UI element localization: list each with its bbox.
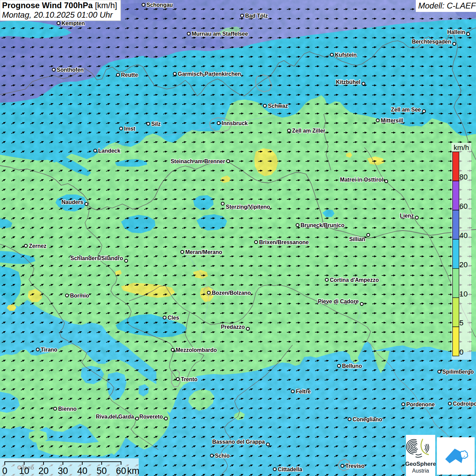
svg-text:Bad Tölz: Bad Tölz: [245, 13, 268, 19]
svg-text:Modell: C-LAEF: Modell: C-LAEF: [418, 1, 476, 10]
svg-text:Sonthofen: Sonthofen: [57, 67, 84, 73]
svg-text:30: 30: [58, 466, 68, 476]
svg-text:Steinach am Brenner: Steinach am Brenner: [171, 158, 225, 164]
svg-text:Codroipo: Codroipo: [453, 401, 476, 407]
svg-text:10: 10: [459, 290, 468, 298]
svg-text:Austria: Austria: [412, 468, 429, 474]
svg-text:Bruneck/Brunico: Bruneck/Brunico: [301, 222, 344, 228]
svg-text:Hallein: Hallein: [447, 29, 465, 35]
svg-text:Brixen/Bressanone: Brixen/Bressanone: [259, 239, 309, 245]
svg-text:0: 0: [2, 466, 7, 476]
svg-text:Kitzbühel: Kitzbühel: [336, 79, 360, 85]
svg-text:Belluno: Belluno: [342, 363, 362, 369]
svg-text:km: km: [127, 466, 139, 476]
svg-text:Prognose Wind 700hPa [km/h]: Prognose Wind 700hPa [km/h]: [2, 1, 117, 10]
svg-text:Cles: Cles: [168, 315, 179, 321]
svg-text:Meran/Merano: Meran/Merano: [185, 249, 222, 255]
svg-text:Pieve di Cadore: Pieve di Cadore: [318, 299, 359, 304]
svg-text:Bienno: Bienno: [58, 406, 76, 412]
svg-text:Zernez: Zernez: [29, 243, 47, 249]
svg-text:Zell am Ziller: Zell am Ziller: [292, 128, 325, 134]
svg-text:Schongau: Schongau: [147, 2, 173, 8]
svg-text:Bassano del Grappa: Bassano del Grappa: [212, 439, 265, 445]
svg-text:Reutte: Reutte: [121, 72, 138, 78]
svg-text:40: 40: [77, 466, 87, 476]
svg-text:Rovereto: Rovereto: [139, 414, 163, 420]
svg-text:Riva del Garda: Riva del Garda: [96, 414, 134, 420]
svg-text:Predazzo: Predazzo: [221, 324, 245, 330]
svg-text:Mittersill: Mittersill: [381, 118, 403, 123]
svg-text:Landeck: Landeck: [98, 148, 120, 154]
svg-text:Sterzing/Vipiteno: Sterzing/Vipiteno: [226, 204, 270, 210]
svg-text:Mezzolombardo: Mezzolombardo: [176, 347, 217, 353]
svg-text:km/h: km/h: [454, 143, 469, 151]
svg-text:Garmisch-Partenkirchen: Garmisch-Partenkirchen: [178, 71, 241, 77]
svg-text:GeoSphere: GeoSphere: [405, 461, 436, 467]
svg-text:Trento: Trento: [181, 376, 198, 382]
svg-text:5: 5: [459, 319, 463, 327]
svg-text:Spilimbergo: Spilimbergo: [442, 369, 474, 375]
svg-text:Treviso: Treviso: [345, 463, 364, 469]
svg-text:Kufstein: Kufstein: [335, 52, 357, 58]
svg-text:Sillian: Sillian: [349, 236, 365, 242]
svg-text:Bormio: Bormio: [70, 293, 89, 299]
svg-text:Cortina d'Ampezzo: Cortina d'Ampezzo: [330, 277, 379, 283]
svg-text:Pordenone: Pordenone: [406, 402, 435, 407]
svg-text:Kempten: Kempten: [62, 20, 85, 26]
svg-text:Nauders: Nauders: [62, 199, 83, 205]
svg-text:Silz: Silz: [151, 121, 161, 127]
svg-text:Lienz: Lienz: [400, 213, 414, 219]
svg-text:20: 20: [459, 260, 468, 269]
svg-text:Feltre: Feltre: [296, 389, 311, 394]
svg-text:Schlanders/Silandro: Schlanders/Silandro: [70, 255, 123, 261]
svg-text:Cittadella: Cittadella: [278, 466, 302, 472]
svg-text:Innsbruck: Innsbruck: [222, 120, 248, 126]
svg-text:Zell am See: Zell am See: [391, 107, 421, 113]
svg-text:20: 20: [38, 466, 49, 476]
svg-text:Conegliano: Conegliano: [353, 417, 382, 422]
svg-text:Murnau am Staffelsee: Murnau am Staffelsee: [192, 31, 248, 37]
svg-text:40: 40: [459, 231, 468, 240]
svg-text:Montag, 20.10.2025 01:00 Uhr: Montag, 20.10.2025 01:00 Uhr: [2, 10, 113, 19]
svg-text:Schio: Schio: [215, 453, 230, 459]
svg-text:Matrei in Osttirol: Matrei in Osttirol: [340, 177, 383, 183]
svg-text:50: 50: [97, 466, 107, 476]
svg-text:0: 0: [459, 348, 463, 356]
svg-text:10: 10: [19, 466, 29, 476]
svg-text:60: 60: [459, 202, 468, 210]
svg-text:80: 80: [459, 173, 468, 181]
svg-text:Berchtesgaden: Berchtesgaden: [412, 39, 451, 45]
svg-text:Schwaz: Schwaz: [268, 103, 288, 109]
svg-text:60: 60: [116, 466, 126, 476]
svg-text:Imst: Imst: [124, 126, 136, 132]
svg-text:Tirano: Tirano: [41, 347, 57, 353]
svg-text:Bozen/Bolzano: Bozen/Bolzano: [212, 290, 251, 296]
